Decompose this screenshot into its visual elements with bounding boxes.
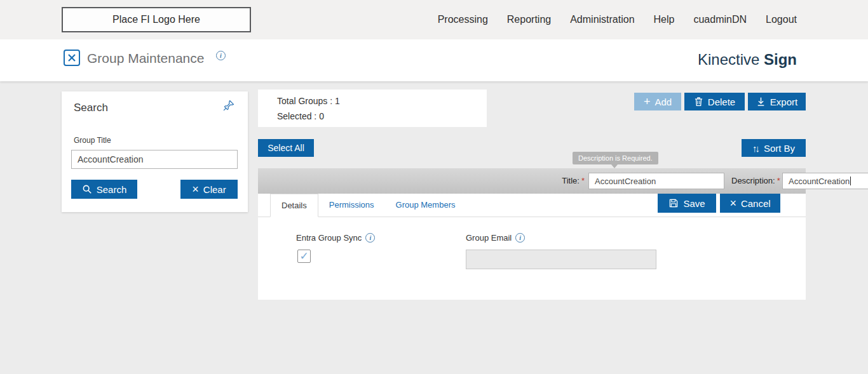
search-button-label: Search [97, 184, 127, 195]
validation-tooltip-text: Description is Required. [578, 154, 653, 162]
pin-icon[interactable] [222, 99, 235, 112]
fi-logo-text: Place FI Logo Here [112, 14, 200, 25]
entra-group-sync-checkbox[interactable]: ✓ [297, 250, 311, 263]
title-required-marker: * [581, 176, 585, 185]
tab-permissions[interactable]: Permissions [318, 194, 385, 217]
fi-logo-placeholder: Place FI Logo Here [62, 7, 251, 32]
search-icon [82, 184, 92, 194]
group-detail-panel: Details Permissions Group Members Save ×… [258, 194, 806, 300]
tab-strip: Details Permissions Group Members Save ×… [258, 194, 806, 217]
save-floppy-icon [668, 198, 679, 208]
clear-button[interactable]: × Clear [180, 180, 238, 199]
save-button-label: Save [683, 198, 705, 209]
export-button[interactable]: Export [748, 93, 806, 110]
tab-details[interactable]: Details [270, 194, 318, 217]
validation-tooltip: Description is Required. [573, 152, 658, 164]
add-button[interactable]: + Add [634, 93, 681, 110]
page-title-info-icon[interactable]: i [216, 51, 226, 60]
group-email-text: Group Email [466, 233, 512, 243]
header-bar: Group Maintenance i Kinective Sign [0, 39, 868, 81]
selected-count-text: Selected : 0 [277, 111, 324, 121]
delete-button[interactable]: Delete [684, 93, 745, 110]
search-button[interactable]: Search [71, 180, 137, 199]
title-label-text: Title: [562, 176, 580, 185]
save-button[interactable]: Save [658, 194, 716, 213]
group-row-header: Title:* AccountCreation Description:* Ac… [258, 168, 806, 194]
top-bar: Place FI Logo Here Processing Reporting … [0, 0, 868, 39]
nav-processing[interactable]: Processing [438, 14, 488, 25]
search-panel: Search Group Title AccountCreation Searc… [62, 91, 248, 212]
group-email-label: Group Email i [466, 233, 525, 243]
clear-button-label: Clear [203, 184, 226, 195]
group-email-input [466, 250, 656, 269]
group-maintenance-icon [64, 50, 80, 66]
search-panel-title: Search [74, 102, 108, 114]
add-button-label: Add [654, 97, 672, 107]
sort-by-button[interactable]: ↑↓ Sort By [742, 139, 806, 157]
cancel-button[interactable]: × Cancel [720, 194, 780, 213]
nav-logout[interactable]: Logout [766, 14, 797, 25]
group-email-info-icon[interactable]: i [515, 233, 525, 243]
nav-help[interactable]: Help [654, 14, 675, 25]
cancel-button-label: Cancel [741, 198, 771, 209]
brand-product: Sign [764, 51, 797, 68]
download-icon [756, 97, 766, 107]
sort-by-label: Sort By [764, 143, 795, 154]
group-title-value: AccountCreation [78, 154, 144, 164]
sort-arrows-icon: ↑↓ [752, 143, 758, 154]
cancel-x-icon: × [729, 197, 736, 209]
plus-icon: + [644, 96, 651, 107]
entra-group-sync-label: Entra Group Sync i [296, 233, 375, 243]
trash-icon [694, 97, 703, 107]
select-all-label: Select All [268, 143, 304, 153]
group-title-input[interactable]: AccountCreation [71, 150, 238, 169]
nav-reporting[interactable]: Reporting [507, 14, 551, 25]
brand-logo: Kinective Sign [698, 51, 797, 69]
description-input-value: AccountCreation [789, 177, 850, 186]
delete-button-label: Delete [708, 97, 735, 107]
top-nav: Processing Reporting Administration Help… [438, 0, 797, 39]
entra-group-sync-info-icon[interactable]: i [365, 233, 375, 243]
brand-name: Kinective [698, 51, 759, 68]
description-input[interactable]: AccountCreation [782, 173, 868, 189]
nav-administration[interactable]: Administration [570, 14, 634, 25]
title-field-label: Title:* [552, 176, 585, 185]
export-button-label: Export [770, 97, 797, 107]
title-input-value: AccountCreation [595, 177, 656, 186]
nav-user-cuadmindn[interactable]: cuadminDN [693, 14, 747, 25]
clear-x-icon: × [192, 184, 199, 195]
description-field-label: Description:* [731, 176, 780, 185]
group-title-label: Group Title [74, 136, 111, 145]
text-cursor [850, 177, 851, 185]
check-icon: ✓ [299, 250, 308, 263]
description-required-marker: * [777, 176, 780, 185]
entra-group-sync-text: Entra Group Sync [296, 233, 362, 243]
tab-group-members[interactable]: Group Members [385, 194, 466, 217]
description-label-text: Description: [731, 176, 775, 185]
select-all-button[interactable]: Select All [258, 139, 314, 157]
title-input[interactable]: AccountCreation [588, 173, 724, 189]
page-title: Group Maintenance [87, 51, 204, 66]
page: Place FI Logo Here Processing Reporting … [0, 0, 868, 374]
total-groups-text: Total Groups : 1 [277, 96, 340, 106]
summary-box: Total Groups : 1 Selected : 0 [258, 90, 487, 127]
